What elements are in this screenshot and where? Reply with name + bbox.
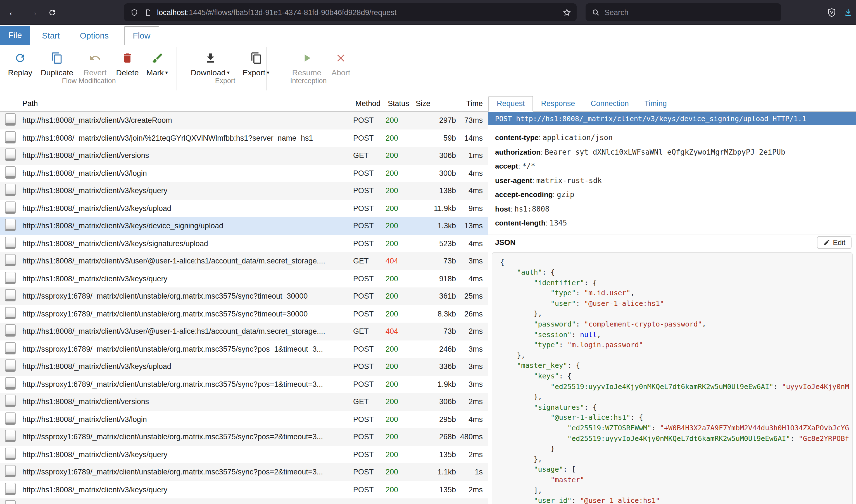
flow-row[interactable]: http://hs1:8008/_matrix/client/v3/keys/q… xyxy=(0,481,488,499)
flow-row[interactable]: http://ssproxy1:6789/_matrix/client/unst… xyxy=(0,305,488,323)
flow-row[interactable]: http://hs1:8008/_matrix/client/v3/keys/q… xyxy=(0,446,488,463)
flow-row[interactable]: http://ssproxy1:6789/_matrix/client/unst… xyxy=(0,428,488,446)
bookmark-star-icon[interactable] xyxy=(563,8,571,16)
menu-tab-start[interactable]: Start xyxy=(34,27,68,44)
request-header: content-length: 1345 xyxy=(495,216,856,230)
flow-type-icon xyxy=(5,184,16,196)
search-placeholder: Search xyxy=(604,8,629,16)
request-header: accept-encoding: gzip xyxy=(495,187,856,202)
search-icon xyxy=(592,8,600,16)
request-header: user-agent: matrix-rust-sdk xyxy=(495,173,856,187)
json-line: "signatures": { xyxy=(500,402,852,413)
flow-row[interactable]: http://hs1:8008/_matrix/client/v3/join/%… xyxy=(0,129,488,147)
flow-row[interactable]: http://hs1:8008/_matrix/client/v3/loginP… xyxy=(0,164,488,182)
flow-type-icon xyxy=(5,307,16,319)
resume-button[interactable]: Resume xyxy=(288,51,325,77)
replay-icon xyxy=(14,51,26,65)
flow-row[interactable]: http://hs1:8008/_matrix/client/v3/keys/u… xyxy=(0,358,488,375)
edit-button[interactable]: Edit xyxy=(817,236,852,249)
tab-connection[interactable]: Connection xyxy=(583,96,637,111)
flow-type-icon xyxy=(5,448,16,460)
flow-type-icon xyxy=(5,237,16,249)
json-line: "auth": { xyxy=(500,267,852,278)
flow-row[interactable]: http://hs1:8008/_matrix/client/v3/keys/q… xyxy=(0,182,488,200)
search-input[interactable]: Search xyxy=(585,3,781,21)
flow-type-icon xyxy=(5,325,16,337)
flow-row[interactable]: http://ssproxy1:6789/_matrix/client/unst… xyxy=(0,463,488,481)
extension-area xyxy=(827,0,853,24)
column-header-size[interactable]: Size xyxy=(412,100,456,108)
json-line: "user": "@user-1-alice:hs1" xyxy=(500,299,852,309)
extension-shield-icon[interactable] xyxy=(827,7,836,17)
abort-button[interactable]: Abort xyxy=(325,51,357,77)
flow-row[interactable]: http://ssproxy1:6789/_matrix/client/unst… xyxy=(0,375,488,393)
request-first-line[interactable]: POST http://hs1:8008/_matrix/client/v3/k… xyxy=(489,112,856,125)
flow-type-icon xyxy=(5,219,16,231)
back-icon[interactable]: ← xyxy=(4,4,21,21)
json-line: "ed25519:uyyvIoJe4Kjy0nMKQeL7dt6kamRK2w5… xyxy=(500,433,852,444)
column-header-time[interactable]: Time xyxy=(456,100,485,108)
forward-icon[interactable]: → xyxy=(24,4,41,21)
reload-icon[interactable] xyxy=(44,4,61,21)
url-bar[interactable]: localhost:1445/#/flows/fba5f13d-91e1-437… xyxy=(124,3,577,21)
duplicate-button[interactable]: Duplicate xyxy=(36,51,78,77)
json-line: "master_key": { xyxy=(500,361,852,371)
menu-tab-file[interactable]: File xyxy=(0,26,30,44)
revert-button[interactable]: Revert xyxy=(78,51,112,77)
flow-row[interactable]: http://hs1:8008/_matrix/client/v3/user/@… xyxy=(0,252,488,270)
column-header-method[interactable]: Method xyxy=(353,100,386,108)
brush-icon xyxy=(151,51,164,65)
body-format-label: JSON xyxy=(495,238,516,247)
pencil-icon xyxy=(823,239,830,246)
flow-type-icon xyxy=(5,483,16,495)
tab-response[interactable]: Response xyxy=(533,96,583,111)
flow-row[interactable]: http://hs1:8008/_matrix/client/v3/user/@… xyxy=(0,323,488,340)
mark-button[interactable]: Mark▼ xyxy=(143,51,172,77)
json-line: "user_id": "@user-1-alice:hs1" xyxy=(500,496,852,504)
tab-request[interactable]: Request xyxy=(489,96,533,112)
menu-tab-flow[interactable]: Flow xyxy=(124,26,159,45)
json-line: "master" xyxy=(500,475,852,485)
replay-button[interactable]: Replay xyxy=(4,51,36,77)
export-icon xyxy=(250,51,262,65)
flow-row[interactable] xyxy=(0,499,488,504)
request-headers: content-type: application/jsonauthorizat… xyxy=(489,125,856,230)
export-button[interactable]: Export▼ xyxy=(237,51,276,77)
flow-type-icon xyxy=(5,272,16,284)
column-header-status[interactable]: Status xyxy=(386,100,412,108)
delete-button[interactable]: Delete xyxy=(112,51,143,77)
download-button[interactable]: Download▼ xyxy=(184,51,237,77)
json-line: }, xyxy=(500,309,852,319)
page-info-icon[interactable] xyxy=(145,8,151,16)
body-format-bar: JSON Edit xyxy=(489,234,856,251)
tab-timing[interactable]: Timing xyxy=(637,96,675,111)
json-line: "password": "complement-crypto-password"… xyxy=(500,319,852,329)
flow-type-icon xyxy=(5,430,16,442)
flow-type-icon xyxy=(5,149,16,161)
column-header-path[interactable]: Path xyxy=(20,100,353,108)
menu-tab-options[interactable]: Options xyxy=(71,27,117,44)
json-line: } xyxy=(500,444,852,454)
json-line: }, xyxy=(500,350,852,361)
flow-type-icon xyxy=(5,289,16,302)
download-icon[interactable] xyxy=(844,8,853,17)
flow-row[interactable]: http://ssproxy1:6789/_matrix/client/unst… xyxy=(0,287,488,305)
shield-icon[interactable] xyxy=(131,8,138,16)
flow-table: Path Method Status Size Time http://hs1:… xyxy=(0,96,489,504)
flow-row[interactable]: http://hs1:8008/_matrix/client/v3/keys/u… xyxy=(0,200,488,217)
flow-type-icon xyxy=(5,342,16,355)
json-line: "keys": { xyxy=(500,371,852,381)
flow-row[interactable]: http://hs1:8008/_matrix/client/versionsG… xyxy=(0,393,488,411)
flow-row[interactable]: http://hs1:8008/_matrix/client/v3/keys/s… xyxy=(0,235,488,252)
flow-row[interactable]: http://ssproxy1:6789/_matrix/client/unst… xyxy=(0,340,488,358)
flow-row[interactable]: http://hs1:8008/_matrix/client/v3/create… xyxy=(0,112,488,129)
flow-toolbar: ReplayDuplicateRevertDeleteMark▼Download… xyxy=(0,45,856,96)
flow-type-icon xyxy=(5,500,16,504)
flow-row[interactable]: http://hs1:8008/_matrix/client/v3/keys/q… xyxy=(0,270,488,287)
flow-row[interactable]: http://hs1:8008/_matrix/client/versionsG… xyxy=(0,147,488,164)
play-icon xyxy=(301,51,313,65)
flow-type-icon xyxy=(5,360,16,372)
flow-row[interactable]: http://hs1:8008/_matrix/client/v3/keys/d… xyxy=(0,217,488,235)
json-line: }, xyxy=(500,392,852,402)
flow-row[interactable]: http://hs1:8008/_matrix/client/v3/loginP… xyxy=(0,411,488,428)
